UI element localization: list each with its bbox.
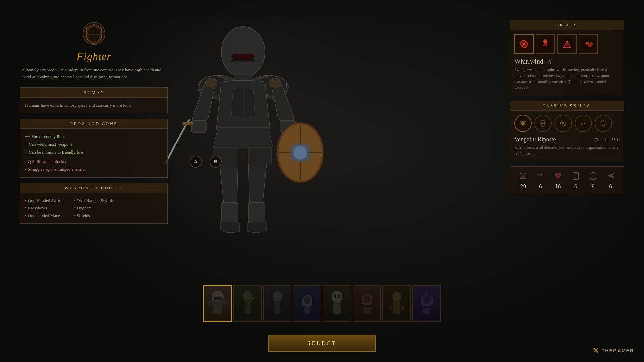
- stat-speed: 6: [606, 171, 615, 190]
- passive-icon-3[interactable]: [554, 115, 572, 132]
- svg-line-18: [164, 121, 188, 164]
- class-thumb-rogue[interactable]: [263, 285, 291, 322]
- class-name: Fighter: [20, 50, 168, 63]
- svg-point-66: [363, 295, 371, 303]
- svg-point-65: [338, 294, 340, 298]
- class-selector: [203, 285, 441, 322]
- stat-knowledge-icon: [571, 171, 580, 182]
- stats-row: 29 6 16: [510, 167, 624, 194]
- svg-point-44: [562, 122, 564, 124]
- stat-strength-icon: [518, 171, 528, 182]
- skills-section: SKILLS: [510, 20, 624, 95]
- class-thumb-cleric[interactable]: [353, 285, 381, 322]
- passive-icon-1[interactable]: [514, 115, 532, 132]
- weapons-section: WEAPON OF CHOICE • One-Handed Swords • C…: [20, 183, 168, 224]
- stat-speed-value: 6: [609, 184, 612, 190]
- class-thumb-assassin[interactable]: [293, 285, 321, 322]
- passive-icon-4[interactable]: [575, 115, 592, 132]
- con-2: - Struggles against ranged enemies: [25, 166, 163, 173]
- weapon-col-2: • Two-Handed Swords • Daggers • Shields: [74, 197, 114, 219]
- passive-header: PASSIVE SKILLS: [510, 101, 624, 111]
- pro-3: + Can be immune to friendly fire: [25, 148, 163, 156]
- svg-point-29: [205, 78, 217, 87]
- pros-cons-content: ++ Shreds enemy lines + Can wield most w…: [20, 129, 167, 177]
- svg-rect-19: [183, 122, 193, 125]
- weapons-content: • One-Handed Swords • Crossbows • One-ha…: [20, 193, 167, 223]
- stat-defense-value: 8: [592, 184, 595, 190]
- watermark-text: THEGAMER: [602, 348, 634, 353]
- svg-point-58: [243, 291, 252, 301]
- race-section: HUMAN Humans have extra inventory space …: [20, 87, 168, 113]
- svg-point-64: [334, 294, 336, 298]
- svg-point-45: [579, 119, 588, 128]
- svg-rect-28: [248, 203, 265, 223]
- stat-health-icon: [553, 171, 563, 182]
- weapons-header: WEAPON OF CHOICE: [20, 183, 167, 193]
- weapon-5: • Daggers: [74, 204, 114, 212]
- skills-header: SKILLS: [510, 20, 624, 30]
- passive-description: After a successful defense, your next at…: [514, 144, 620, 157]
- class-thumb-fighter[interactable]: [203, 285, 232, 322]
- skill-key-badge: Q: [546, 59, 554, 64]
- skill-2[interactable]: [536, 34, 555, 54]
- weapon-2: • Crossbows: [25, 204, 64, 212]
- stat-defense: 8: [588, 171, 598, 190]
- passive-icon-2[interactable]: [534, 115, 552, 132]
- svg-point-34: [543, 39, 547, 43]
- skill-description: Swings weapon and spins while moving, gr…: [514, 67, 620, 91]
- race-description: Humans have extra inventory space and ca…: [20, 98, 167, 113]
- svg-rect-48: [521, 176, 525, 178]
- svg-point-56: [208, 300, 217, 305]
- class-thumb-undead[interactable]: [323, 285, 351, 322]
- weapon-1: • One-Handed Swords: [25, 197, 64, 204]
- select-button[interactable]: SELECT: [268, 335, 376, 352]
- race-header: HUMAN: [20, 88, 167, 98]
- weapon-4: • Two-Handed Swords: [74, 197, 114, 204]
- passive-requires: [Requires 33 ♦]: [595, 138, 620, 142]
- skill-4[interactable]: [579, 34, 598, 54]
- skill-3[interactable]: [557, 34, 577, 54]
- passive-skills-section: PASSIVE SKILLS: [510, 101, 624, 161]
- svg-line-17: [166, 119, 190, 163]
- left-panel: Fighter A heavily armored warrior adept …: [20, 20, 168, 229]
- stat-agility-value: 6: [539, 184, 542, 190]
- passive-detail: Vengeful Riposte [Requires 33 ♦] After a…: [510, 136, 624, 161]
- pro-2: + Can wield most weapons: [25, 141, 163, 148]
- stat-health: 16: [553, 171, 563, 190]
- svg-rect-15: [191, 121, 206, 132]
- right-panel: SKILLS: [510, 20, 624, 199]
- svg-rect-27: [221, 203, 238, 223]
- stat-strength: 29: [518, 171, 528, 190]
- stat-knowledge: 6: [571, 171, 580, 190]
- stats-section: 29 6 16: [510, 166, 624, 194]
- con-1: - Q Skill can be blocked: [25, 158, 163, 165]
- skill-name-label: Whirlwind Q: [514, 58, 620, 65]
- class-thumb-warlock[interactable]: [412, 285, 441, 322]
- skill-whirlwind[interactable]: [514, 34, 534, 54]
- svg-point-63: [332, 291, 342, 303]
- stat-knowledge-value: 6: [574, 184, 577, 190]
- passive-icons-row: [510, 111, 624, 136]
- class-icon: [80, 20, 107, 47]
- stat-health-value: 16: [555, 184, 561, 190]
- class-thumb-ranger[interactable]: [233, 285, 262, 322]
- stat-strength-value: 29: [520, 184, 526, 190]
- class-thumb-monk[interactable]: [382, 285, 411, 322]
- svg-rect-55: [214, 297, 222, 300]
- svg-point-67: [392, 292, 401, 302]
- skills-grid: [510, 30, 624, 58]
- skill-detail: Whirlwind Q Swings weapon and spins whil…: [510, 58, 624, 95]
- svg-point-57: [218, 300, 227, 305]
- stat-agility: 6: [536, 171, 545, 190]
- passive-icon-5[interactable]: [595, 115, 612, 132]
- class-description: A heavily armored warrior adept at front…: [20, 67, 168, 81]
- stat-speed-icon: [606, 171, 615, 182]
- watermark: ✕ THEGAMER: [592, 346, 634, 355]
- badge-a: A: [190, 156, 202, 168]
- watermark-x-icon: ✕: [592, 346, 599, 355]
- pros-cons-section: PROS AND CONS ++ Shreds enemy lines + Ca…: [20, 119, 168, 178]
- pro-1: ++ Shreds enemy lines: [25, 133, 163, 140]
- svg-point-68: [423, 295, 431, 304]
- svg-point-62: [304, 296, 311, 304]
- svg-point-32: [523, 43, 525, 45]
